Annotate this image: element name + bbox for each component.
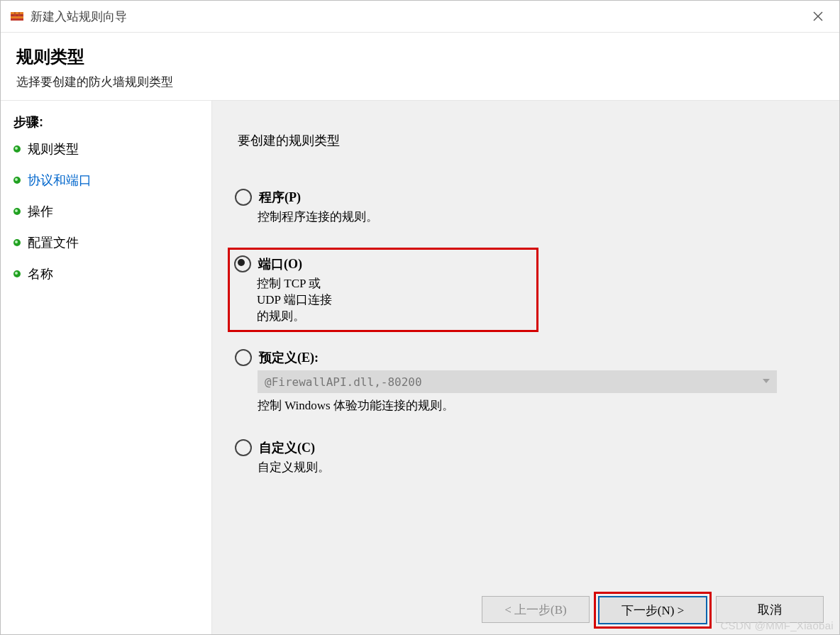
step-label: 规则类型 bbox=[28, 140, 79, 158]
step-protocol-port[interactable]: 协议和端口 bbox=[13, 172, 204, 189]
option-desc: 自定义规则。 bbox=[258, 459, 824, 475]
firewall-icon bbox=[11, 10, 23, 23]
option-label: 预定义(E): bbox=[259, 349, 319, 366]
option-label: 程序(P) bbox=[259, 189, 301, 206]
step-rule-type[interactable]: 规则类型 bbox=[13, 140, 204, 158]
page-subtitle: 选择要创建的防火墙规则类型 bbox=[16, 74, 824, 90]
svg-rect-2 bbox=[11, 16, 23, 18]
option-desc: 控制程序连接的规则。 bbox=[258, 209, 824, 225]
step-profile[interactable]: 配置文件 bbox=[13, 234, 204, 251]
main-panel: 要创建的规则类型 程序(P) 控制程序连接的规则。 端口(O) 控制 TCP 或… bbox=[212, 101, 839, 634]
option-desc: 控制 Windows 体验功能连接的规则。 bbox=[258, 397, 824, 414]
wizard-body: 步骤: 规则类型 协议和端口 操作 配置文件 名称 要创 bbox=[1, 101, 839, 634]
page-title: 规则类型 bbox=[16, 45, 824, 68]
step-label: 操作 bbox=[28, 203, 53, 220]
option-label: 端口(O) bbox=[258, 255, 302, 272]
radio-custom[interactable] bbox=[235, 439, 252, 456]
predefined-combo: @FirewallAPI.dll,-80200 bbox=[258, 370, 777, 393]
bullet-icon bbox=[13, 270, 21, 277]
bullet-icon bbox=[13, 145, 21, 153]
bullet-icon bbox=[13, 239, 21, 246]
radio-port[interactable] bbox=[234, 255, 251, 272]
step-label: 配置文件 bbox=[28, 234, 79, 251]
wizard-window: 新建入站规则向导 规则类型 选择要创建的防火墙规则类型 步骤: 规则类型 协议和… bbox=[0, 0, 840, 635]
option-custom[interactable]: 自定义(C) 自定义规则。 bbox=[235, 436, 824, 480]
bullet-icon bbox=[13, 208, 21, 215]
question-label: 要创建的规则类型 bbox=[238, 132, 824, 149]
radio-program[interactable] bbox=[235, 189, 252, 206]
rule-type-options: 程序(P) 控制程序连接的规则。 端口(O) 控制 TCP 或 UDP 端口连接… bbox=[235, 186, 824, 498]
page-header: 规则类型 选择要创建的防火墙规则类型 bbox=[1, 33, 839, 101]
step-action[interactable]: 操作 bbox=[13, 203, 204, 220]
radio-predefined[interactable] bbox=[235, 349, 252, 366]
next-button[interactable]: 下一步(N) > bbox=[598, 596, 707, 624]
option-predefined[interactable]: 预定义(E): @FirewallAPI.dll,-80200 控制 Windo… bbox=[235, 346, 824, 418]
option-label: 自定义(C) bbox=[259, 439, 315, 456]
svg-rect-1 bbox=[11, 12, 23, 14]
titlebar: 新建入站规则向导 bbox=[1, 1, 839, 33]
chevron-down-icon bbox=[763, 379, 770, 383]
window-title: 新建入站规则向导 bbox=[31, 9, 127, 25]
bullet-icon bbox=[13, 177, 21, 184]
steps-sidebar: 步骤: 规则类型 协议和端口 操作 配置文件 名称 bbox=[1, 101, 212, 634]
option-program[interactable]: 程序(P) 控制程序连接的规则。 bbox=[235, 186, 824, 229]
back-button: < 上一步(B) bbox=[482, 596, 590, 623]
option-port[interactable]: 端口(O) 控制 TCP 或 UDP 端口连接的规则。 bbox=[228, 248, 538, 332]
step-label: 协议和端口 bbox=[28, 172, 92, 189]
close-button[interactable] bbox=[802, 1, 834, 32]
option-desc: 控制 TCP 或 UDP 端口连接的规则。 bbox=[257, 275, 338, 324]
step-name[interactable]: 名称 bbox=[13, 265, 204, 282]
steps-heading: 步骤: bbox=[13, 114, 204, 131]
watermark: CSDN @MMF_Xiaobai bbox=[720, 619, 834, 631]
combo-value: @FirewallAPI.dll,-80200 bbox=[265, 375, 422, 389]
step-label: 名称 bbox=[28, 265, 53, 282]
close-icon bbox=[813, 11, 823, 21]
